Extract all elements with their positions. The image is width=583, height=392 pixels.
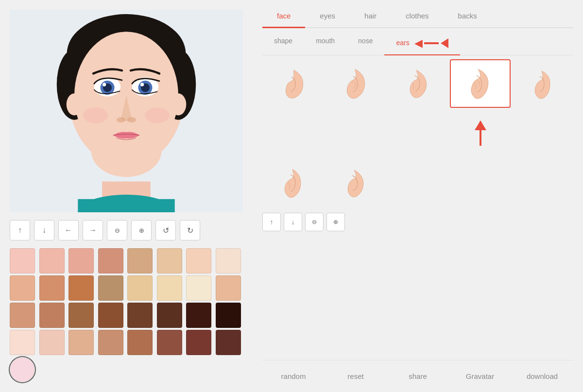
- svg-point-21: [117, 117, 125, 122]
- left-toolbar: ↑ ↓ ← → ⊖ ⊕ ↺ ↻: [10, 218, 243, 242]
- color-swatch-18[interactable]: [69, 303, 94, 328]
- color-swatch-11[interactable]: [98, 275, 123, 301]
- svg-point-26: [145, 107, 170, 123]
- tab-hair[interactable]: hair: [350, 5, 391, 28]
- color-swatch-1[interactable]: [39, 248, 65, 273]
- color-swatch-27[interactable]: [98, 330, 123, 355]
- color-swatch-3[interactable]: [98, 248, 123, 273]
- mini-toolbar: ↑ ↓ ⊖ ⊕: [262, 211, 573, 233]
- mini-zoom-in-btn[interactable]: ⊕: [326, 213, 345, 231]
- mini-up-btn[interactable]: ↑: [262, 213, 281, 231]
- color-swatch-14[interactable]: [186, 275, 211, 301]
- color-swatch-19[interactable]: [98, 303, 123, 328]
- color-swatch-12[interactable]: [127, 275, 153, 301]
- ear-grid-row1: [262, 59, 573, 108]
- ear-option-4[interactable]: [450, 59, 511, 108]
- color-swatch-16[interactable]: [10, 303, 35, 328]
- tab-backs[interactable]: backs: [444, 5, 492, 28]
- gravatar-btn[interactable]: Gravatar: [449, 365, 511, 387]
- move-down-btn[interactable]: ↓: [34, 220, 54, 240]
- ear-svg-1: [277, 66, 309, 102]
- random-btn[interactable]: random: [262, 365, 325, 387]
- color-swatch-0[interactable]: [10, 248, 35, 273]
- sub-tabs: shape mouth nose ears ◀: [262, 32, 573, 55]
- redo-btn[interactable]: ↻: [180, 220, 200, 240]
- ear-svg-3: [402, 66, 433, 102]
- color-swatch-5[interactable]: [157, 248, 182, 273]
- color-swatch-20[interactable]: [127, 303, 153, 328]
- reset-btn[interactable]: reset: [325, 365, 387, 387]
- subtab-shape[interactable]: shape: [262, 32, 304, 55]
- mini-zoom-out-btn[interactable]: ⊖: [305, 213, 324, 231]
- ear-option-6[interactable]: [262, 158, 323, 207]
- color-swatch-4[interactable]: [127, 248, 153, 273]
- ear-option-9-empty: [450, 158, 511, 207]
- color-swatch-17[interactable]: [39, 303, 65, 328]
- ear-svg-6: [277, 165, 309, 201]
- right-panel: face eyes hair clothes backs shape mouth…: [253, 0, 583, 392]
- undo-btn[interactable]: ↺: [155, 220, 176, 240]
- ear-option-3[interactable]: [388, 59, 448, 108]
- tab-eyes[interactable]: eyes: [305, 5, 350, 28]
- ear-svg-4: [464, 66, 496, 102]
- svg-point-16: [103, 83, 106, 86]
- svg-rect-3: [78, 199, 174, 212]
- ear-svg-2: [340, 66, 371, 102]
- color-swatch-25[interactable]: [39, 330, 65, 355]
- zoom-in-btn[interactable]: ⊕: [131, 220, 152, 240]
- svg-point-22: [127, 117, 136, 122]
- color-swatch-30[interactable]: [186, 330, 211, 355]
- color-palette: [10, 248, 243, 382]
- color-swatch-10[interactable]: [69, 275, 94, 301]
- left-panel: ↑ ↓ ← → ⊖ ⊕ ↺ ↻: [0, 0, 253, 392]
- move-left-btn[interactable]: ←: [58, 220, 79, 240]
- color-swatch-29[interactable]: [157, 330, 182, 355]
- ear-option-2[interactable]: [325, 59, 386, 108]
- avatar-face: [10, 10, 243, 212]
- color-swatch-24[interactable]: [10, 330, 35, 355]
- ear-option-1[interactable]: [262, 59, 323, 108]
- color-swatch-2[interactable]: [69, 248, 94, 273]
- tab-clothes[interactable]: clothes: [391, 5, 444, 28]
- ear-option-10-empty: [513, 158, 573, 207]
- top-tabs: face eyes hair clothes backs: [262, 5, 573, 28]
- svg-point-24: [171, 93, 187, 115]
- color-swatch-31[interactable]: [216, 330, 241, 355]
- subtab-mouth[interactable]: mouth: [304, 32, 346, 55]
- bottom-bar: random reset share Gravatar download: [262, 360, 573, 387]
- move-up-btn[interactable]: ↑: [10, 220, 30, 240]
- ear-option-5[interactable]: [513, 59, 573, 108]
- mini-down-btn[interactable]: ↓: [284, 213, 302, 231]
- ear-option-7[interactable]: [325, 158, 386, 207]
- subtab-nose[interactable]: nose: [346, 32, 384, 55]
- tab-face[interactable]: face: [262, 5, 305, 28]
- ear-option-8-empty: [388, 158, 448, 207]
- color-swatch-9[interactable]: [39, 275, 65, 301]
- color-swatch-15[interactable]: [216, 275, 241, 301]
- move-right-btn[interactable]: →: [83, 220, 103, 240]
- ear-grid-row2: [262, 158, 573, 207]
- subtab-ears[interactable]: ears ◀: [384, 32, 460, 55]
- color-swatch-28[interactable]: [127, 330, 153, 355]
- svg-point-12: [74, 32, 178, 159]
- color-swatch-6[interactable]: [186, 248, 211, 273]
- color-swatch-7[interactable]: [216, 248, 241, 273]
- ear-svg-7: [340, 165, 371, 201]
- avatar-container: [10, 10, 243, 212]
- color-swatch-22[interactable]: [186, 303, 211, 328]
- download-btn[interactable]: download: [511, 365, 573, 387]
- color-swatch-32[interactable]: [10, 357, 35, 382]
- color-swatch-13[interactable]: [157, 275, 182, 301]
- zoom-out-btn[interactable]: ⊖: [107, 220, 127, 240]
- ear-svg-5: [527, 66, 559, 102]
- svg-point-20: [140, 83, 144, 86]
- share-btn[interactable]: share: [387, 365, 449, 387]
- svg-point-25: [83, 107, 108, 123]
- color-swatch-21[interactable]: [157, 303, 182, 328]
- svg-point-23: [67, 93, 83, 115]
- color-swatch-26[interactable]: [69, 330, 94, 355]
- color-swatch-23[interactable]: [216, 303, 241, 328]
- color-swatch-8[interactable]: [10, 275, 35, 301]
